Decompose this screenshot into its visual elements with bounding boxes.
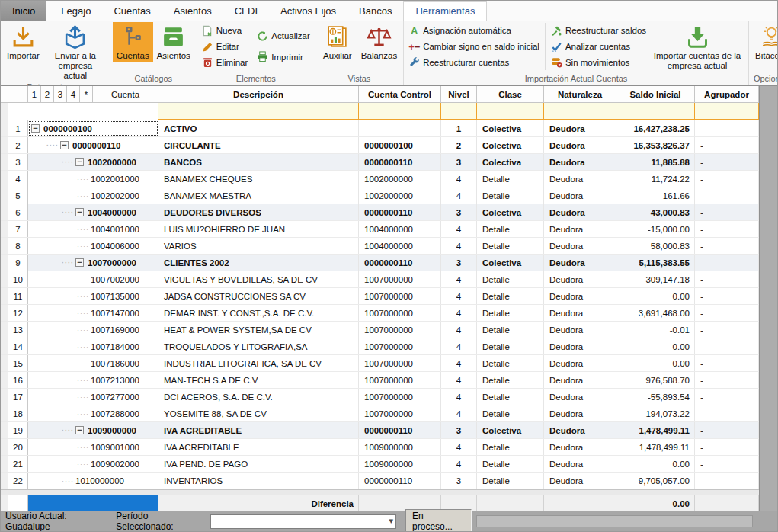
expand-box[interactable] <box>75 208 84 216</box>
column-header-descripcion[interactable]: Descripción <box>158 86 359 102</box>
column-header-level-1[interactable]: 1 <box>28 86 41 102</box>
table-row[interactable]: 15 1007186000 INDUSTRIAL LITOGRAFICA, SA… <box>1 355 759 372</box>
importar-button[interactable]: Importar <box>3 22 43 62</box>
cuenta-control-cell <box>359 120 441 136</box>
table-row[interactable]: 1 0000000100 ACTIVO 1 Colectiva Deudora … <box>1 120 759 137</box>
descripcion-cell: HEAT & POWER SYSTEM,SA DE CV <box>158 322 359 338</box>
filter-cell-naturaleza[interactable] <box>544 103 616 120</box>
eliminar-button[interactable]: Eliminar <box>200 55 251 69</box>
table-row[interactable]: 8 1004006000 VARIOS 1004000000 4 Detalle… <box>1 238 759 255</box>
editar-button[interactable]: Editar <box>200 40 251 54</box>
column-header-cuenta-control[interactable]: Cuenta Control <box>359 86 441 102</box>
descripcion-cell: CIRCULANTE <box>158 137 359 153</box>
filter-cell-agrupador[interactable] <box>695 103 759 120</box>
saldo-inicial-cell: 43,000.83 <box>616 204 695 220</box>
tab-cuentas[interactable]: Cuentas <box>102 1 162 21</box>
tab-asientos[interactable]: Asientos <box>162 1 223 21</box>
filter-cell-saldo-inicial[interactable] <box>616 103 695 120</box>
table-row[interactable]: 19 1009000000 IVA ACREDITABLE 0000000110… <box>1 422 759 439</box>
table-row[interactable]: 21 1009002000 IVA PEND. DE PAGO 10090000… <box>1 456 759 473</box>
table-row[interactable]: 2 0000000110 CIRCULANTE 0000000100 2 Col… <box>1 137 759 154</box>
table-row[interactable]: 6 1004000000 DEUDORES DIVERSOS 000000011… <box>1 204 759 221</box>
asignacion-automatica-button[interactable]: A Asignación automática <box>406 24 542 38</box>
row-indicator <box>1 473 8 489</box>
column-header-clase[interactable]: Clase <box>477 86 544 102</box>
cambiar-signo-button[interactable]: +− Cambiar signo en saldo inicial <box>406 40 542 54</box>
column-header-saldo-inicial[interactable]: Saldo Inicial <box>616 86 695 102</box>
column-header-level-2[interactable]: 2 <box>41 86 54 102</box>
horizontal-scrollbar[interactable] <box>1 489 759 495</box>
table-row[interactable]: 22 1010000000 INVENTARIOS 0000000110 3 D… <box>1 473 759 489</box>
row-number: 19 <box>8 422 28 438</box>
filter-cell-cuenta-control[interactable] <box>359 103 441 120</box>
analizar-cuentas-button[interactable]: Analizar cuentas <box>549 40 648 54</box>
tab-cfdi[interactable]: CFDI <box>223 1 269 21</box>
imprimir-button[interactable]: Imprimir <box>255 50 312 64</box>
tab-herramientas[interactable]: Herramientas <box>403 1 487 21</box>
table-row[interactable]: 10 1007002000 VIGUETAS Y BOVEDILLAS, SA … <box>1 271 759 288</box>
descripcion-cell: BANCOS <box>158 154 359 170</box>
table-row[interactable]: 7 1004001000 LUIS MU?OHIERRO DE JUAN 100… <box>1 221 759 238</box>
asientos-button[interactable]: Asientos <box>153 22 194 62</box>
naturaleza-cell: Deudora <box>544 120 616 136</box>
button-label: Nueva <box>216 26 242 35</box>
filter-row <box>1 103 759 120</box>
filter-cell-descripcion[interactable] <box>158 103 359 120</box>
filter-cell-cuenta[interactable] <box>8 103 158 120</box>
reestructurar-cuentas-button[interactable]: Reestructurar cuentas <box>406 55 542 69</box>
periodo-select[interactable]: ▾ <box>210 514 396 529</box>
button-label: Analizar cuentas <box>565 42 630 51</box>
expand-box[interactable] <box>60 141 69 149</box>
actualizar-button[interactable]: Actualizar <box>255 29 312 43</box>
gavel-icon <box>551 25 562 37</box>
tab-legajo[interactable]: Legajo <box>50 1 102 21</box>
table-row[interactable]: 9 1007000000 CLIENTES 2002 0000000110 3 … <box>1 255 759 271</box>
bitacora-button[interactable]: Bitácora <box>751 22 777 62</box>
nueva-button[interactable]: Nueva <box>200 24 251 38</box>
ribbon-group-opciones: Bitácora Opciones <box>749 21 777 85</box>
auxiliar-button[interactable]: Auxiliar <box>318 22 357 62</box>
button-label: Auxiliar <box>323 51 352 61</box>
saldo-inicial-cell: 194,073.22 <box>616 405 695 421</box>
tab-inicio[interactable]: Inicio <box>1 1 46 21</box>
filter-cell-clase[interactable] <box>477 103 544 120</box>
database-x-icon <box>551 56 562 68</box>
expand-box[interactable] <box>75 426 84 434</box>
tab-activos-fijos[interactable]: Activos Fijos <box>269 1 347 21</box>
table-row[interactable]: 11 1007135000 JADSA CONSTRUCCIONES SA CV… <box>1 288 759 305</box>
tab-bancos[interactable]: Bancos <box>347 1 403 21</box>
table-row[interactable]: 13 1007169000 HEAT & POWER SYSTEM,SA DE … <box>1 322 759 338</box>
enviar-empresa-button[interactable]: Enviar a la empresa actual <box>43 22 107 82</box>
table-row[interactable]: 12 1007147000 DEMAR INST. Y CONST.,S.A. … <box>1 305 759 322</box>
tree-leader <box>77 410 89 418</box>
table-row[interactable]: 16 1007213000 MAN-TECH S.A DE C.V 100700… <box>1 372 759 389</box>
button-label: Eliminar <box>216 58 248 67</box>
column-header-naturaleza[interactable]: Naturaleza <box>544 86 616 102</box>
table-row[interactable]: 18 1007288000 YOSEMITE 88, SA DE CV 1007… <box>1 405 759 422</box>
expand-box[interactable] <box>31 124 40 133</box>
column-header-nivel[interactable]: Nivel <box>441 86 477 102</box>
ribbon: Importar Enviar a la empresa actual Dato… <box>1 21 777 85</box>
column-header-level-3[interactable]: 3 <box>54 86 67 102</box>
table-row[interactable]: 17 1007277000 DCI ACEROS, S.A. DE C.V. 1… <box>1 389 759 405</box>
importar-cuentas-empresa-button[interactable]: Importar cuentas de la empresa actual <box>648 22 746 72</box>
table-row[interactable]: 14 1007184000 TROQUELADOS Y LITOGRAFIA,S… <box>1 338 759 355</box>
table-row[interactable]: 20 1009001000 IVA ACREDITABLE 1009000000… <box>1 439 759 456</box>
sin-movimientos-button[interactable]: Sin movimientos <box>549 55 648 69</box>
expand-box[interactable] <box>75 158 84 166</box>
column-header-agrupador[interactable]: Agrupador <box>695 86 759 102</box>
table-row[interactable]: 3 1002000000 BANCOS 0000000110 3 Colecti… <box>1 154 759 171</box>
cuenta-control-cell: 1002000000 <box>359 187 441 204</box>
agrupador-cell: - <box>695 456 759 472</box>
reestructurar-saldos-button[interactable]: Reestructurar saldos <box>549 24 648 38</box>
table-row[interactable]: 5 1002002000 BANAMEX MAESTRA 1002000000 … <box>1 187 759 204</box>
vertical-scrollbar[interactable] <box>759 86 777 511</box>
table-row[interactable]: 4 1002001000 BANAMEX CHEQUES 1002000000 … <box>1 171 759 187</box>
column-header-level-4[interactable]: 4 <box>67 86 80 102</box>
column-header-all[interactable]: * <box>80 86 93 102</box>
cuentas-button[interactable]: Cuentas <box>113 22 153 62</box>
balanzas-button[interactable]: Balanzas <box>357 22 401 62</box>
expand-box[interactable] <box>75 258 84 267</box>
filter-cell-nivel[interactable] <box>441 103 477 120</box>
column-header-cuenta[interactable]: Cuenta <box>93 86 158 102</box>
